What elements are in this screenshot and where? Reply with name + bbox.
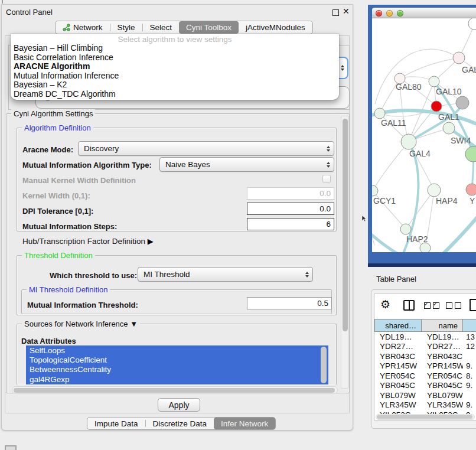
mi-type-combo[interactable]: Naive Bayes [159, 157, 334, 172]
network-edge [400, 58, 459, 79]
scrollbar-thumb[interactable] [343, 119, 348, 331]
table-horizontal-scrollbar[interactable] [376, 414, 475, 420]
network-node-gal4[interactable] [401, 134, 416, 149]
network-node[interactable] [468, 18, 476, 30]
collapsed-panel-button[interactable] [5, 445, 17, 450]
popup-item[interactable]: Bayesian – K2 [11, 80, 339, 90]
tab-select[interactable]: Select [143, 21, 180, 34]
manual-kernel-checkbox[interactable] [322, 175, 331, 183]
table-cell: YBL079W [422, 391, 463, 400]
tab-jactivemnodules[interactable]: jActiveMNodules [239, 21, 312, 34]
node-label: GAL [462, 65, 476, 74]
close-traffic-light-icon[interactable] [376, 10, 382, 17]
tab-network[interactable]: Network [56, 21, 110, 34]
network-node-gal[interactable] [453, 52, 465, 64]
list-scrollbar-thumb[interactable] [321, 347, 327, 383]
aracne-mode-combo[interactable]: Discovery [78, 141, 334, 156]
collapse-down-icon[interactable]: ▼ [130, 319, 138, 328]
network-canvas[interactable]: GALGAL80GAL10GAL1GAL11SWI4GAL4GCY1HAP4YH… [372, 18, 476, 252]
hub-definition-expander[interactable]: Hub/Transcription Factor Definition ▶ [22, 237, 154, 246]
table-row[interactable]: YIL052CYIL052C9 [374, 410, 476, 414]
column-header[interactable]: shared… [374, 319, 422, 332]
table-row[interactable]: YDR27…YDR27…12 [374, 342, 476, 352]
table-row[interactable]: YPR145WYPR145W9. [374, 361, 476, 371]
zoom-traffic-light-icon[interactable] [397, 10, 403, 17]
network-node-hap2[interactable] [400, 224, 411, 234]
popup-item[interactable]: Basic Correlation Inference [11, 53, 339, 63]
network-node[interactable] [420, 243, 431, 252]
mi-threshold-label: Mutual Information Threshold: [27, 301, 138, 309]
data-attributes-list[interactable]: SelfLoopsTopologicalCoefficientBetweenne… [26, 345, 328, 384]
tab-cyni-toolbox[interactable]: Cyni Toolbox [179, 21, 239, 34]
settings-vertical-scrollbar[interactable] [341, 116, 349, 389]
columns-icon[interactable] [403, 300, 415, 311]
threshold-definition-title: Threshold Definition [22, 251, 95, 260]
network-node-gal11[interactable] [374, 108, 385, 119]
network-edge [373, 142, 409, 191]
network-node-gal1[interactable] [431, 101, 442, 112]
list-item[interactable]: TopologicalCoefficient [26, 355, 328, 364]
network-node-swi4[interactable] [443, 122, 455, 134]
mi-steps-field[interactable]: 6 [247, 218, 334, 230]
close-icon[interactable]: ✕ [343, 6, 350, 16]
minimize-traffic-light-icon[interactable] [386, 10, 393, 17]
network-node-hap4[interactable] [428, 184, 441, 197]
table-cell: YER054C [374, 371, 422, 380]
network-node[interactable] [465, 146, 476, 162]
tab-label: Impute Data [94, 419, 138, 428]
table-cell: YDL19… [374, 332, 422, 341]
scrollbar-thumb[interactable] [377, 415, 472, 419]
network-node-gcy1[interactable] [372, 185, 378, 196]
network-node[interactable] [456, 96, 469, 109]
table-row[interactable]: YBL079WYBL079W [374, 390, 476, 400]
network-edge [406, 190, 434, 229]
scrollbar-thumb[interactable] [14, 388, 335, 393]
column-header[interactable]: name [422, 319, 463, 332]
table-cell: YBL079W [374, 391, 422, 400]
table-row[interactable]: YER054CYER054C8. [374, 371, 476, 381]
spinner-arrows-icon [305, 272, 309, 278]
algorithm-definition-title: Algorithm Definition [22, 123, 93, 132]
popup-item-list: Bayesian – Hill ClimbingBasic Correlatio… [11, 44, 339, 99]
column-header[interactable]: A [463, 319, 476, 332]
data-attributes-label: Data Attributes [21, 337, 76, 345]
gear-icon[interactable]: ⚙ [380, 299, 390, 311]
table-row[interactable]: YDL19…YDL19…13 [374, 332, 476, 342]
which-threshold-combo[interactable]: MI Threshold [138, 267, 313, 282]
tab-discretize-data[interactable]: Discretize Data [146, 418, 214, 429]
table-row[interactable]: YBR043CYBR043C [374, 351, 476, 361]
tab-label: Select [150, 23, 172, 32]
apply-button[interactable]: Apply [158, 398, 200, 412]
document-icon[interactable] [470, 299, 476, 311]
popup-item[interactable]: ARACNE Algorithm [11, 62, 339, 71]
table-row[interactable]: YLR345WYLR345W9. [374, 400, 476, 410]
node-label: GAL11 [381, 118, 406, 128]
tab-infer-network[interactable]: Infer Network [214, 418, 275, 429]
dpi-tolerance-field[interactable]: 0.0 [247, 203, 334, 215]
tab-style[interactable]: Style [110, 21, 142, 34]
float-icon[interactable] [332, 9, 339, 16]
node-label: SWI4 [451, 136, 471, 145]
mi-threshold-field[interactable]: 0.5 [247, 297, 332, 309]
list-item[interactable]: gal4RGexp [26, 374, 328, 384]
popup-item[interactable]: Dream8 DC_TDC Algorithm [11, 90, 339, 99]
kernel-width-field[interactable]: 0.0 [247, 187, 334, 200]
network-node-gal10[interactable] [429, 76, 439, 87]
unchecked-boxes-icon[interactable] [446, 302, 461, 309]
mi-type-value: Naive Bayes [165, 160, 210, 169]
spinner-arrows-icon [327, 162, 330, 168]
popup-item[interactable]: Mutual Information Inference [11, 71, 339, 81]
list-item[interactable]: SelfLoops [26, 345, 328, 355]
network-node-y[interactable] [466, 184, 476, 195]
table-cell: YDR27… [374, 342, 422, 351]
table-cell: YBR043C [422, 352, 463, 361]
table-row[interactable]: YBR045CYBR045C9. [374, 381, 476, 391]
popup-item[interactable]: Bayesian – Hill Climbing [11, 44, 339, 53]
list-item[interactable]: BetweennessCentrality [26, 365, 328, 374]
tab-label: Infer Network [221, 419, 268, 428]
control-panel-tabbar: NetworkStyleSelectCyni ToolboxjActiveMNo… [55, 21, 313, 34]
tab-impute-data[interactable]: Impute Data [87, 418, 145, 429]
checked-boxes-icon[interactable] [424, 302, 439, 309]
mouse-cursor [361, 215, 367, 222]
settings-horizontal-scrollbar[interactable] [12, 386, 338, 394]
